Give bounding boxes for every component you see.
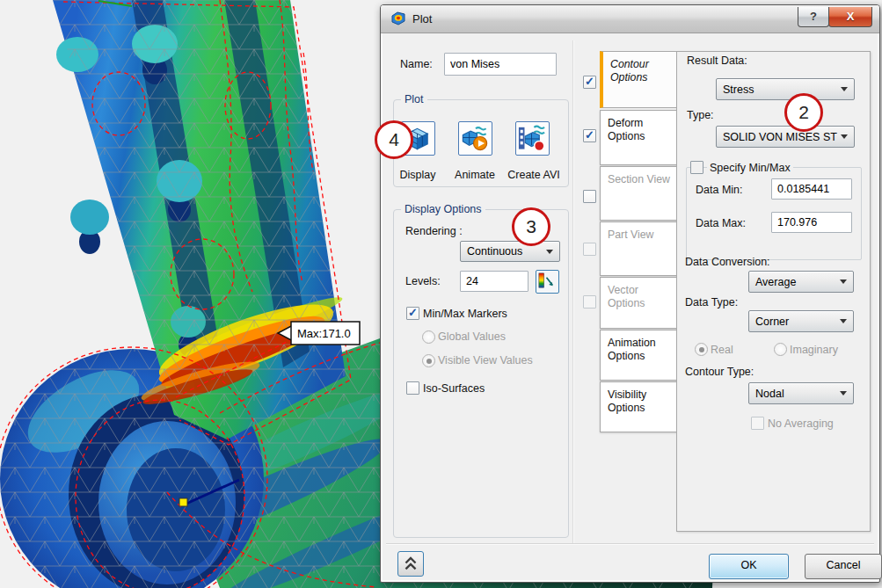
- display-options-title: Display Options: [401, 203, 485, 215]
- no-averaging-checkbox[interactable]: [751, 417, 764, 430]
- titlebar[interactable]: Plot ? X: [381, 5, 879, 33]
- data-max-label: Data Max:: [696, 217, 746, 229]
- real-radio[interactable]: [695, 343, 708, 356]
- result-data-dropdown[interactable]: Stress: [716, 78, 855, 100]
- tab-contour-options[interactable]: Contour Options: [600, 51, 682, 108]
- name-label: Name:: [400, 58, 433, 70]
- imaginary-label: Imaginary: [790, 344, 838, 356]
- visible-view-values-label: Visible View Values: [438, 354, 533, 367]
- imaginary-radio[interactable]: [774, 343, 787, 356]
- close-icon: X: [847, 10, 855, 23]
- screenshot-stage: Max:171.0 Plot ? X Name: Plot: [0, 0, 882, 588]
- chevron-down-icon: [840, 391, 847, 396]
- name-input[interactable]: [444, 53, 557, 76]
- iso-surfaces-checkbox[interactable]: [406, 381, 419, 395]
- minmax-markers-label: Min/Max Markers: [423, 308, 507, 320]
- rendering-label: Rendering :: [405, 225, 463, 237]
- part-view-checkbox[interactable]: [583, 243, 596, 256]
- real-label: Real: [711, 344, 733, 356]
- chevron-down-icon: [841, 87, 848, 91]
- result-data-label: Result Data:: [687, 54, 747, 67]
- tab-part-view[interactable]: Part View: [600, 221, 677, 276]
- tab-section-view[interactable]: Section View: [600, 166, 677, 221]
- data-max-input[interactable]: [771, 212, 852, 233]
- plot-dialog: Plot ? X Name: Plot: [380, 4, 880, 583]
- callout-3: 3: [512, 207, 550, 246]
- plot-group-title: Plot: [401, 93, 427, 105]
- chevron-down-icon: [840, 319, 847, 323]
- levels-label: Levels:: [405, 275, 441, 287]
- callout-4: 4: [375, 120, 413, 159]
- chevron-up-double-icon: [399, 552, 422, 574]
- specify-minmax-label: Specify Min/Max: [707, 162, 793, 174]
- no-averaging-label: No Averaging: [768, 417, 834, 430]
- data-conversion-label: Data Conversion:: [685, 256, 770, 268]
- footer-separator: [386, 543, 874, 544]
- create-avi-icon: [516, 122, 547, 153]
- animate-button-label: Animate: [448, 169, 502, 181]
- cancel-button[interactable]: Cancel: [805, 554, 882, 579]
- dialog-title: Plot: [412, 12, 432, 25]
- tab-visibility-options[interactable]: Visibility Options: [600, 381, 677, 432]
- data-min-input[interactable]: [771, 178, 852, 200]
- global-values-radio[interactable]: [422, 330, 435, 344]
- ok-button[interactable]: OK: [709, 554, 789, 579]
- type-label: Type:: [687, 109, 714, 121]
- animate-icon: [459, 122, 490, 153]
- chevron-down-icon: [546, 250, 553, 254]
- visible-view-values-radio[interactable]: [422, 354, 435, 367]
- tab-animation-options[interactable]: Animation Options: [600, 330, 677, 381]
- minmax-markers-checkbox[interactable]: [406, 307, 419, 320]
- contour-palette-icon: [536, 271, 557, 291]
- help-icon: ?: [810, 10, 817, 23]
- data-type-label: Data Type:: [685, 296, 738, 309]
- column-divider: [572, 40, 573, 543]
- contour-palette-button[interactable]: [536, 270, 559, 294]
- tab-vector-options[interactable]: Vector Options: [600, 277, 677, 329]
- chevron-down-icon: [840, 279, 847, 284]
- iso-surfaces-label: Iso-Surfaces: [423, 382, 485, 395]
- plot-dialog-icon: [390, 11, 406, 26]
- data-min-label: Data Min:: [696, 184, 743, 196]
- tab-deform-options[interactable]: Deform Options: [600, 110, 677, 165]
- chevron-down-icon: [841, 134, 848, 139]
- contour-type-dropdown[interactable]: Nodal: [748, 382, 854, 404]
- data-conversion-dropdown[interactable]: Average: [748, 271, 854, 293]
- type-dropdown[interactable]: SOLID VON MISES ST: [716, 126, 855, 148]
- animate-button[interactable]: [458, 121, 492, 156]
- levels-input[interactable]: [460, 271, 528, 292]
- rendering-dropdown[interactable]: Continuous: [460, 241, 560, 262]
- help-button[interactable]: ?: [798, 7, 829, 27]
- max-marker-label: Max:171.0: [297, 327, 351, 340]
- contour-options-checkbox[interactable]: [583, 76, 596, 89]
- create-avi-button[interactable]: [515, 121, 550, 156]
- callout-2: 2: [784, 93, 823, 132]
- deform-options-checkbox[interactable]: [583, 129, 596, 142]
- close-button[interactable]: X: [828, 7, 872, 27]
- data-type-dropdown[interactable]: Corner: [748, 310, 854, 332]
- create-avi-button-label: Create AVI: [502, 169, 565, 181]
- contour-type-label: Contour Type:: [685, 366, 754, 378]
- vector-options-checkbox[interactable]: [583, 295, 596, 309]
- collapse-dialog-button[interactable]: [397, 551, 424, 577]
- specify-minmax-checkbox[interactable]: [690, 161, 703, 174]
- global-values-label: Global Values: [438, 330, 506, 343]
- display-button-label: Display: [390, 169, 445, 181]
- section-view-checkbox[interactable]: [583, 190, 596, 203]
